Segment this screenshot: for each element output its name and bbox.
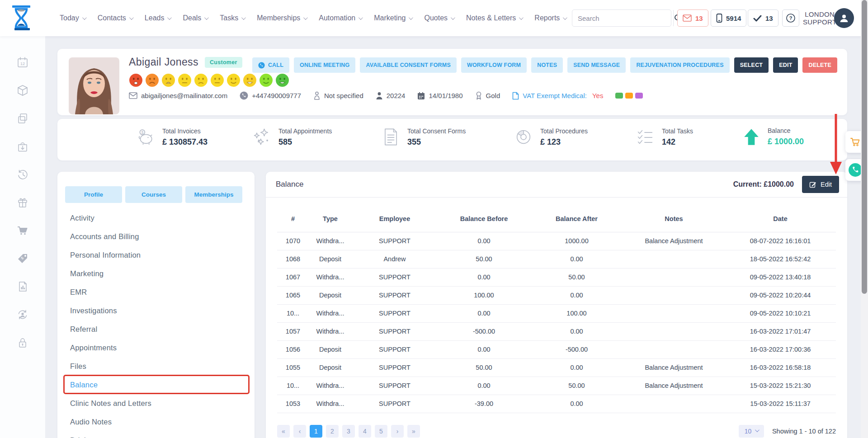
mood-icon-1[interactable] [129,73,143,87]
nav-memberships[interactable]: Memberships [257,14,307,22]
nav-quotes[interactable]: Quotes [424,14,454,22]
mood-icon-6[interactable] [210,73,224,87]
pagination-last[interactable]: » [407,425,420,438]
table-row[interactable]: 10...Withdra...SUPPORT0.0050.00Balance A… [277,377,836,395]
call-button[interactable]: CALL [252,57,289,73]
price-tag-icon[interactable]: $ [16,252,29,265]
menu-item-emr[interactable]: EMR [57,283,255,301]
table-row[interactable]: 1065DepositSUPPORT100.000.0009-05-2022 1… [277,286,836,304]
edit-customer-button[interactable]: EDIT [773,57,798,73]
table-row[interactable]: 1053Withdra...SUPPORT-39.000.0015-03-202… [277,395,836,413]
menu-item-audio-notes[interactable]: Audio Notes [57,413,255,431]
report-doc-icon[interactable] [16,280,29,293]
menu-item-appointments[interactable]: Appointments [57,339,255,357]
cart-icon[interactable] [16,224,29,237]
menu-item-activity[interactable]: Activity [57,209,255,227]
delete-button[interactable]: DELETE [802,57,837,73]
nav-tasks[interactable]: Tasks [220,14,245,22]
nav-automation[interactable]: Automation [319,14,362,22]
mood-icon-2[interactable] [145,73,159,87]
menu-item-personal-information[interactable]: Personal Information [57,246,255,264]
rejuvenation-procedures-button[interactable]: REJUVENATION PROCEDURES [630,57,729,73]
menu-item-files[interactable]: Files [57,357,255,376]
nav-deals[interactable]: Deals [183,14,208,22]
menu-item-referral[interactable]: Referral [57,320,255,339]
edit-balance-button[interactable]: Edit [802,176,839,193]
tag-green[interactable] [615,93,623,99]
help-button[interactable]: ? [782,9,799,27]
chevron-down-icon [409,15,413,20]
customer-gender: Not specified [313,91,363,100]
customer-id: 20224 [376,92,406,100]
tab-memberships[interactable]: Memberships [185,186,242,203]
pagination-prev[interactable]: ‹ [293,425,306,438]
nav-contacts[interactable]: Contacts [98,14,132,22]
mood-icon-4[interactable] [178,73,192,87]
workflow-form-button[interactable]: WORKFLOW FORM [461,57,527,73]
online-meeting-button[interactable]: ONLINE MEETING [294,57,355,73]
mail-badge[interactable]: 13 [677,9,708,27]
select-button[interactable]: SELECT [734,57,769,73]
table-row[interactable]: 1057Withdra...SUPPORT-500.000.0016-03-20… [277,322,836,340]
pagination-first[interactable]: « [277,425,290,438]
nav-today[interactable]: Today [60,14,85,22]
scrollbar-thumb[interactable] [862,0,867,294]
menu-item-investigations[interactable]: Investigations [57,301,255,320]
tab-profile[interactable]: Profile [65,186,122,203]
user-avatar[interactable] [834,8,854,28]
mood-icon-9[interactable] [259,73,273,87]
notes-button[interactable]: NOTES [531,57,563,73]
pagination-page-2[interactable]: 2 [326,425,339,438]
copy-icon[interactable] [16,112,29,125]
customer-header-card: Abigail Joness Customer abigailjones@mai… [57,49,847,115]
tab-courses[interactable]: Courses [125,186,182,203]
pagination-page-5[interactable]: 5 [375,425,387,438]
menu-item-balance[interactable]: Balance [57,376,255,394]
table-row[interactable]: 1055DepositSUPPORT50.000.00Balance Adjus… [277,358,836,377]
mood-icon-7[interactable] [226,73,241,87]
table-row[interactable]: 1067Withdra...SUPPORT0.0050.0009-05-2022… [277,268,836,286]
tag-purple[interactable] [635,93,643,99]
customer-sync-icon[interactable] [16,308,29,321]
nav-reports[interactable]: Reports [534,14,566,22]
tasks-badge[interactable]: 13 [748,9,778,27]
pagination-next[interactable]: › [391,425,404,438]
tag-orange[interactable] [625,93,633,99]
pagination-page-1[interactable]: 1 [310,425,322,438]
menu-item-marketing[interactable]: Marketing [57,264,255,283]
nav-notes-letters[interactable]: Notes & Letters [466,14,522,22]
nav-marketing[interactable]: Marketing [374,14,412,22]
col-header-type: Type [309,206,352,232]
sms-badge[interactable]: 5914 [711,9,746,27]
table-row[interactable]: 10...Withdra...SUPPORT0.00100.0009-05-20… [277,304,836,322]
search-input[interactable] [572,14,673,22]
calendar-icon [417,92,425,100]
history-icon[interactable] [16,168,29,181]
nav-leads[interactable]: Leads [145,14,171,22]
mood-icon-5[interactable] [194,73,208,87]
menu-item-clinic-notes-and-letters[interactable]: Clinic Notes and Letters [57,394,255,413]
customer-email[interactable]: abigailjones@mailinator.com [129,92,227,99]
send-message-button[interactable]: SEND MESSAGE [567,57,626,73]
pagination-page-4[interactable]: 4 [359,425,371,438]
gift-icon[interactable] [16,196,29,209]
customer-tier: Gold [475,91,500,100]
menu-item-accounts-and-billing[interactable]: Accounts and Billing [57,227,255,246]
page-size-select[interactable]: 10 [739,425,764,438]
mood-icon-8[interactable] [243,73,257,87]
purchase-bag-icon[interactable] [16,140,29,153]
mood-icon-3[interactable] [161,73,175,87]
app-logo-hourglass-icon[interactable] [10,5,33,32]
lock-icon[interactable] [16,336,29,349]
menu-item-drinks[interactable]: Drinks [57,431,255,438]
table-row[interactable]: 1068DepositAndrew50.000.0018-05-2022 16:… [277,250,836,268]
table-row[interactable]: 1070Withdra...SUPPORT0.001000.00Balance … [277,232,836,250]
available-consent-forms-button[interactable]: AVAILABLE CONSENT FORMS [360,57,456,73]
calendar-12-icon[interactable]: 12 [16,56,29,69]
pagination-page-3[interactable]: 3 [342,425,355,438]
package-icon[interactable] [16,84,29,97]
balance-table: # Type Employee Balance Before Balance A… [277,206,836,413]
table-row[interactable]: 1056DepositSUPPORT0.00-500.0016-03-2022 … [277,340,836,358]
mood-icon-10[interactable] [275,73,289,87]
customer-phone[interactable]: +447490009777 [240,91,301,100]
